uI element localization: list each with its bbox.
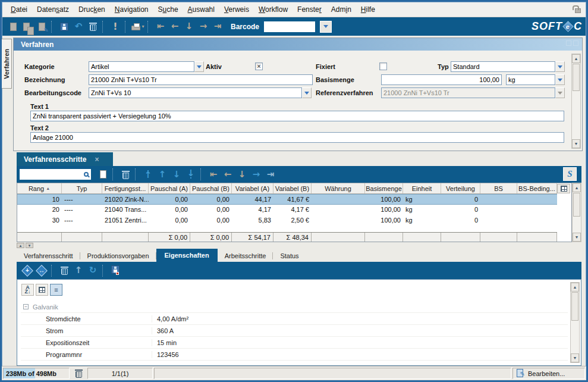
refresh-icon[interactable]: ↻	[86, 264, 100, 278]
scrollbar-thumb[interactable]	[573, 64, 580, 91]
table-scrollbar[interactable]: ▲ ▼	[572, 183, 581, 242]
menu-item-fenster[interactable]: Fenster	[293, 4, 326, 15]
typ-dropdown[interactable]	[555, 61, 565, 72]
save-icon[interactable]	[57, 20, 71, 34]
nav-first-icon[interactable]: ⇤	[206, 167, 221, 181]
collapse-group-icon[interactable]: −	[23, 304, 29, 309]
move-top-icon[interactable]: ↑	[141, 167, 155, 181]
scroll-up-icon[interactable]: ▲	[571, 283, 579, 292]
fixiert-checkbox[interactable]	[379, 62, 387, 70]
menu-item-suche[interactable]: Suche	[153, 4, 183, 15]
side-tab-verfahren[interactable]: Verfahren	[2, 39, 12, 89]
column-header[interactable]: Variabel (B)	[273, 183, 312, 193]
delete-icon[interactable]	[86, 20, 100, 34]
nav-down-icon[interactable]: ↓	[182, 20, 196, 34]
table-row[interactable]: 10----21020 Zink-N...0,000,0044,1741,67 …	[17, 194, 557, 205]
column-header[interactable]: Pauschal (A)	[149, 183, 190, 193]
view-categorized-icon[interactable]	[36, 284, 48, 296]
nav-last-icon[interactable]: ⇥	[263, 167, 278, 181]
tab-status[interactable]: Status	[273, 250, 306, 262]
menu-item-workflow[interactable]: Workflow	[254, 4, 293, 15]
delete-step-icon[interactable]	[118, 167, 133, 181]
copy-record-icon[interactable]	[20, 20, 34, 34]
nav-prev-icon[interactable]: ←	[221, 167, 235, 181]
menu-item-admin[interactable]: Admin	[326, 4, 356, 15]
table-filter-button[interactable]: S	[563, 167, 577, 181]
collapse-down-icon[interactable]: ▼	[26, 243, 33, 248]
nav-prev-icon[interactable]: ←	[168, 20, 182, 34]
new-record-icon[interactable]	[6, 20, 20, 34]
tab-produktionsvorgaben[interactable]: Produktionsvorgaben	[80, 250, 156, 262]
property-row[interactable]: Strom360 A	[21, 325, 568, 337]
barcode-input[interactable]	[264, 21, 315, 32]
nav-down-icon[interactable]: ↓	[235, 167, 249, 181]
column-header[interactable]: Verteilung	[441, 183, 480, 193]
scroll-down-icon[interactable]: ▼	[572, 139, 580, 148]
text1-input[interactable]	[30, 111, 564, 121]
scroll-up-icon[interactable]: ▲	[572, 54, 580, 63]
table-row[interactable]: 30----21051 Zentri...0,000,005,832,50 €1…	[17, 215, 557, 226]
column-header[interactable]: Typ	[62, 183, 102, 193]
property-row[interactable]: Programmnr123456	[21, 349, 568, 361]
column-settings-button[interactable]	[557, 184, 570, 193]
panel-header-icons[interactable]	[566, 40, 578, 46]
column-header[interactable]: Fertigungsst...	[102, 183, 149, 193]
scrollbar-thumb[interactable]	[571, 292, 578, 321]
tab-verfahrensschritte[interactable]: Verfahrensschritte ×	[17, 152, 113, 166]
aktiv-checkbox[interactable]: ×	[255, 62, 263, 70]
view-list-icon[interactable]: ≡	[50, 284, 62, 296]
menu-item-verweis[interactable]: Verweis	[219, 4, 254, 15]
delete-property-icon[interactable]	[57, 264, 71, 278]
move-up-icon[interactable]: ↑	[155, 167, 169, 181]
column-header[interactable]: Rang▲	[17, 183, 62, 193]
search-icon[interactable]	[84, 172, 89, 177]
column-header[interactable]: BS	[480, 183, 517, 193]
bearbeitungscode-input[interactable]	[89, 87, 302, 98]
undo-icon[interactable]: ↶	[71, 20, 86, 34]
properties-scrollbar[interactable]: ▲ ▼	[570, 282, 580, 363]
close-icon[interactable]: ×	[95, 155, 99, 164]
tab-verfahrensschritt[interactable]: Verfahrensschritt	[17, 250, 80, 262]
tab-eigenschaften[interactable]: Eigenschaften	[156, 249, 218, 262]
menu-item-auswahl[interactable]: Auswahl	[183, 4, 219, 15]
sort-alphabetical-icon[interactable]: AZ↓	[21, 284, 34, 296]
nav-next-icon[interactable]: →	[196, 20, 210, 34]
scroll-up-icon[interactable]: ▲	[573, 183, 581, 192]
edit-record-icon[interactable]: ✎	[34, 20, 49, 34]
column-header[interactable]: Pauschal (B)	[190, 183, 232, 193]
column-header[interactable]: Währung	[312, 183, 365, 193]
typ-input[interactable]	[451, 61, 555, 72]
menu-item-datensatz[interactable]: Datensatz	[32, 4, 74, 15]
scroll-down-icon[interactable]: ▼	[573, 233, 581, 242]
garbage-collect-button[interactable]	[71, 368, 86, 380]
menu-item-hilfe[interactable]: Hilfe	[356, 4, 380, 15]
column-header[interactable]: BS-Beding...	[517, 183, 557, 193]
property-row[interactable]: Expositionszeit15 min	[21, 337, 568, 349]
navigate-property-icon[interactable]: ↔	[34, 264, 49, 278]
menu-item-drucken[interactable]: Drucken	[74, 4, 110, 15]
scroll-down-icon[interactable]: ▼	[571, 353, 579, 362]
menu-item-navigation[interactable]: Navigation	[110, 4, 153, 15]
nav-next-icon[interactable]: →	[249, 167, 263, 181]
nav-first-icon[interactable]: ⇤	[153, 20, 168, 34]
table-row[interactable]: 20----21040 Trans...0,000,004,174,17 €10…	[17, 205, 557, 215]
bearbeitungscode-dropdown[interactable]	[302, 87, 312, 98]
panel-scrollbar[interactable]: ▲ ▼	[571, 54, 581, 149]
kategorie-input[interactable]	[89, 61, 194, 72]
column-header[interactable]: Variabel (A)	[232, 183, 273, 193]
move-up-property-icon[interactable]: ↑	[71, 264, 86, 278]
column-header[interactable]: Basismenge	[365, 183, 403, 193]
bezeichnung-input[interactable]	[89, 74, 313, 85]
basismenge-input[interactable]	[381, 74, 502, 85]
search-input[interactable]	[22, 171, 84, 178]
tab-arbeitsschritte[interactable]: Arbeitsschritte	[218, 250, 273, 262]
property-group-row[interactable]: −Galvanik	[21, 301, 568, 313]
nav-last-icon[interactable]: ⇥	[210, 20, 225, 34]
barcode-dropdown[interactable]	[320, 21, 332, 33]
move-bottom-icon[interactable]: ↓	[184, 167, 198, 181]
move-down-icon[interactable]: ↓	[169, 167, 184, 181]
important-icon[interactable]: !	[108, 20, 122, 34]
text2-input[interactable]	[30, 132, 564, 143]
column-header[interactable]: Einheit	[403, 183, 441, 193]
menu-item-datei[interactable]: Datei	[6, 4, 32, 15]
